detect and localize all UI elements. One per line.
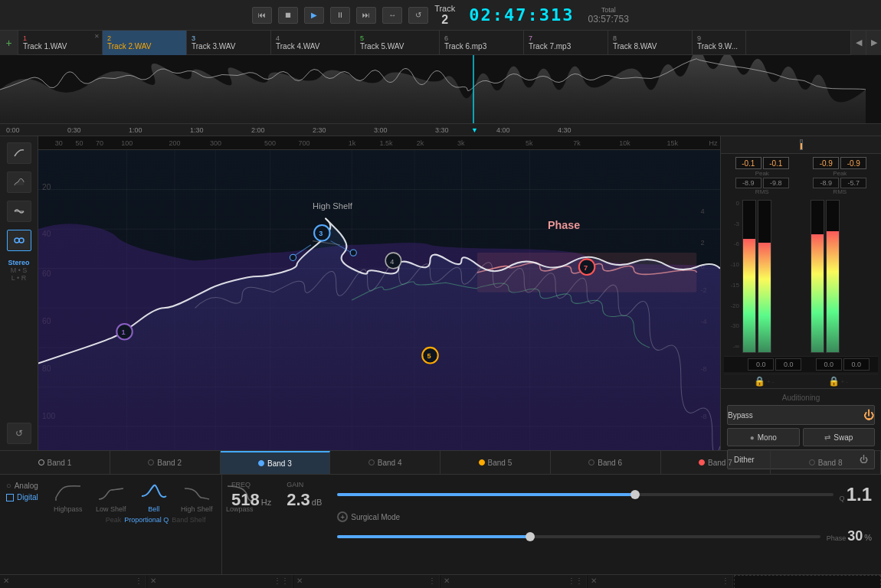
track-tab-8[interactable]: 8 Track 8.WAV bbox=[608, 31, 693, 55]
band-tab-7[interactable]: Band 7 bbox=[661, 451, 771, 474]
track-tab-6[interactable]: 6 Track 6.mp3 bbox=[440, 31, 524, 55]
bandshelf-sublabel: Band Shelf bbox=[172, 516, 205, 524]
next-button[interactable]: ⏭ bbox=[356, 7, 376, 24]
svg-point-39 bbox=[290, 254, 296, 260]
track-nav-left[interactable]: ◀ bbox=[850, 31, 866, 55]
waveform-svg bbox=[0, 55, 881, 123]
exciter-close[interactable]: ✕ bbox=[150, 577, 156, 585]
imager-settings[interactable]: ⋮⋮ bbox=[568, 577, 583, 585]
imager-close[interactable]: ✕ bbox=[444, 577, 450, 585]
band5-power[interactable] bbox=[479, 459, 485, 466]
output-right-bottom: 0.0 bbox=[843, 358, 870, 371]
svg-text:1: 1 bbox=[121, 328, 125, 336]
prev-button[interactable]: ⏮ bbox=[252, 7, 272, 24]
right-panel: -0.1 -0.1 Peak -8.9 -9.8 RMS -0.9 -0.9 bbox=[720, 136, 881, 450]
stereo-link-button[interactable] bbox=[7, 230, 31, 251]
band-tab-1[interactable]: Band 1 bbox=[0, 451, 110, 474]
band-tab-3[interactable]: Band 3 bbox=[221, 451, 331, 474]
track-tab-2[interactable]: 2 Track 2.WAV bbox=[103, 31, 187, 55]
eq-button[interactable] bbox=[7, 201, 31, 222]
highshelf-filter-button[interactable]: High Shelf bbox=[176, 481, 218, 514]
band-tab-5[interactable]: Band 5 bbox=[440, 451, 551, 474]
track-number: 2 bbox=[441, 13, 448, 27]
dynamics-close[interactable]: ✕ bbox=[296, 577, 303, 585]
loop-button[interactable]: ↺ bbox=[408, 7, 428, 24]
track-tab-9[interactable]: 9 Track 9.W... bbox=[693, 31, 746, 55]
module-imager[interactable]: ✕ ⋮⋮ ⏻ Imager bbox=[440, 575, 587, 588]
module-equalizer[interactable]: ✕ ⋮ ⏻ Equalizer bbox=[0, 575, 146, 588]
gain-value[interactable]: 2.3 bbox=[287, 490, 310, 510]
insert-module-label[interactable]: Click to insert module bbox=[735, 576, 880, 588]
phase-slider-label: Phase bbox=[827, 534, 847, 542]
output-right-meter bbox=[826, 200, 840, 353]
phase-value[interactable]: 30 bbox=[847, 528, 863, 544]
eq-display[interactable]: 30 50 70 100 200 300 500 700 1k 1.5k 2k … bbox=[38, 136, 720, 450]
highpass-filter-button[interactable]: Highpass bbox=[47, 481, 89, 514]
record-button[interactable]: ↔ bbox=[382, 7, 402, 24]
bell-filter-button[interactable]: Bell bbox=[133, 481, 175, 514]
band7-power[interactable] bbox=[699, 459, 705, 466]
timeline[interactable]: 0:00 0:30 1:00 1:30 2:00 2:30 ▼ 3:00 3:3… bbox=[0, 124, 881, 136]
track-tab-7[interactable]: 7 Track 7.mp3 bbox=[524, 31, 608, 55]
equalizer-settings[interactable]: ⋮ bbox=[135, 577, 142, 585]
track-tab-5[interactable]: 5 Track 5.WAV bbox=[355, 31, 440, 55]
track-tab-4[interactable]: 4 Track 4.WAV bbox=[271, 31, 355, 55]
band3-power[interactable] bbox=[258, 460, 264, 466]
maximizer-settings[interactable]: ⋮ bbox=[722, 577, 729, 585]
input-lock-icon[interactable]: 🔒 bbox=[754, 376, 765, 387]
module-exciter[interactable]: ✕ ⋮⋮ ⏻ Exciter bbox=[147, 575, 293, 588]
band-tab-6[interactable]: Band 6 bbox=[551, 451, 661, 474]
swap-label: Swap bbox=[834, 433, 853, 442]
lowshelf-filter-button[interactable]: Low Shelf bbox=[90, 481, 132, 514]
curve-tool-button[interactable] bbox=[7, 142, 31, 164]
band1-power[interactable] bbox=[38, 459, 44, 466]
band-tab-2[interactable]: Band 2 bbox=[110, 451, 221, 474]
band6-power[interactable] bbox=[588, 459, 594, 466]
bypass-button[interactable]: Bypass ⏻ bbox=[727, 405, 875, 425]
timeline-marker-7: 3:00 bbox=[374, 126, 388, 134]
track-tab-3[interactable]: 3 Track 3.WAV bbox=[187, 31, 271, 55]
peak-label: Peak bbox=[755, 170, 769, 177]
track-label: Track bbox=[434, 4, 455, 13]
mono-button[interactable]: ● Mono bbox=[727, 428, 800, 446]
digital-option[interactable]: Digital bbox=[6, 493, 38, 501]
swap-button[interactable]: ⇄ Swap bbox=[803, 428, 876, 446]
svg-point-5 bbox=[19, 238, 24, 243]
band-tab-4[interactable]: Band 4 bbox=[330, 451, 440, 474]
surgical-mode-toggle[interactable]: + Surgical Mode bbox=[337, 511, 872, 522]
track-tab-1[interactable]: 1 Track 1.WAV ✕ bbox=[18, 31, 103, 55]
band2-power[interactable] bbox=[148, 459, 154, 466]
timeline-marker-4: 2:00 bbox=[251, 126, 265, 134]
pause-button[interactable]: ⏸ bbox=[330, 7, 350, 24]
exciter-settings[interactable]: ⋮⋮ bbox=[273, 577, 289, 585]
band-tabs: Band 1 Band 2 Band 3 Band 4 Band 5 Band … bbox=[0, 450, 881, 475]
left-peak-value: -0.1 bbox=[735, 157, 761, 169]
stop-button[interactable]: ⏹ bbox=[278, 7, 298, 24]
dynamics-settings[interactable]: ⋮ bbox=[428, 577, 436, 585]
band4-power[interactable] bbox=[368, 459, 375, 466]
add-track-button[interactable]: + bbox=[0, 31, 18, 55]
analog-option[interactable]: ○ Analog bbox=[6, 481, 38, 490]
stereo-mode-indicator[interactable]: Stereo M • S L • R bbox=[8, 259, 29, 282]
module-empty-slot[interactable]: Click to insert module bbox=[734, 575, 881, 588]
band-tab-8[interactable]: Band 8 bbox=[771, 451, 881, 474]
undo-sidebar-button[interactable]: ↺ bbox=[7, 423, 31, 444]
spectrum-button[interactable] bbox=[7, 172, 31, 193]
maximizer-close[interactable]: ✕ bbox=[591, 577, 597, 585]
q-value[interactable]: 1.1 bbox=[847, 484, 872, 505]
equalizer-close[interactable]: ✕ bbox=[3, 577, 9, 585]
svg-text:High Shelf: High Shelf bbox=[313, 201, 353, 211]
output-lock-icon[interactable]: 🔒 bbox=[828, 376, 840, 387]
band6-label: Band 6 bbox=[598, 459, 622, 467]
timeline-marker-1: 0:30 bbox=[67, 126, 81, 134]
timeline-marker-2: 1:00 bbox=[129, 126, 142, 134]
module-maximizer[interactable]: ✕ ⋮ ⏻ Maximizer bbox=[588, 575, 734, 588]
timeline-marker-10: 4:30 bbox=[558, 126, 572, 134]
module-dynamics[interactable]: ✕ ⋮ ⏻ Dynamics bbox=[293, 575, 440, 588]
band8-power[interactable] bbox=[809, 459, 815, 466]
play-button[interactable]: ▶ bbox=[304, 7, 324, 24]
track-nav-right[interactable]: ▶ bbox=[866, 31, 881, 55]
digital-label: Digital bbox=[17, 493, 38, 501]
band-controls: ○ Analog Digital Highpass bbox=[0, 475, 881, 574]
waveform-display[interactable] bbox=[0, 55, 881, 124]
